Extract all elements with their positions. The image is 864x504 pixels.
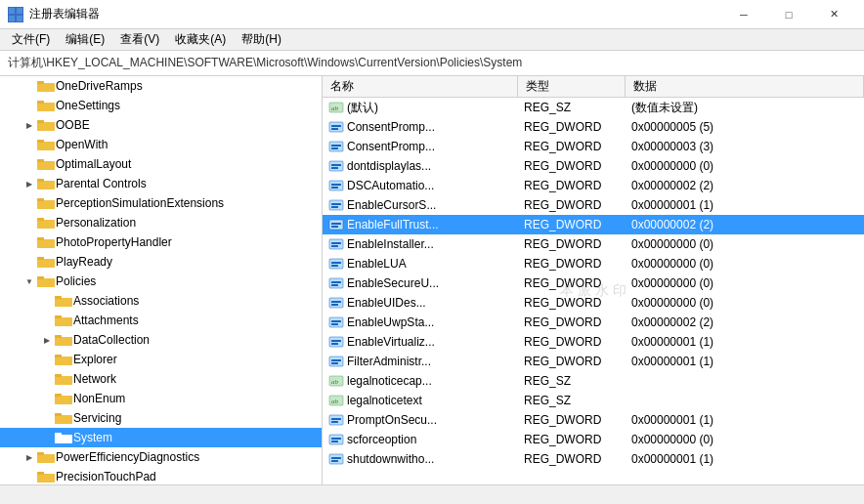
table-row[interactable]: EnableCursorS...REG_DWORD0x00000001 (1) (323, 195, 864, 215)
tree-label-explorer: Explorer (73, 353, 117, 366)
tree-item-perceptionsimulationextensions[interactable]: PerceptionSimulationExtensions (0, 193, 322, 213)
cell-data: 0x00000001 (1) (626, 352, 864, 371)
table-row[interactable]: EnableLUAREG_DWORD0x00000000 (0) (323, 254, 864, 273)
folder-icon-powerefficiencydiagnostics (37, 450, 53, 464)
svg-rect-127 (331, 359, 341, 361)
cell-data: 0x00000000 (0) (626, 234, 864, 254)
svg-rect-63 (55, 355, 62, 357)
close-button[interactable]: ✕ (811, 0, 856, 29)
tree-item-datacollection[interactable]: ▶ DataCollection (0, 330, 322, 350)
tree-item-policies[interactable]: ▼ Policies (0, 272, 322, 291)
tree-scroll[interactable]: OneDriveRamps OneSettings▶ OOBE OpenWith… (0, 76, 322, 484)
tree-item-parentalcontrols[interactable]: ▶ Parental Controls (0, 174, 322, 193)
folder-icon-parentalcontrols (37, 177, 53, 190)
tree-item-openwith[interactable]: OpenWith (0, 135, 322, 154)
cell-name-text: FilterAdministr... (347, 355, 431, 368)
tree-item-playready[interactable]: PlayReady (0, 252, 322, 272)
svg-rect-42 (37, 259, 55, 268)
table-row[interactable]: EnableUIDes...REG_DWORD0x00000000 (0) (323, 293, 864, 313)
table-row[interactable]: EnableVirtualiz...REG_DWORD0x00000001 (1… (323, 332, 864, 352)
table-row[interactable]: scforceoptionREG_DWORD0x00000000 (0) (323, 430, 864, 449)
col-header-data[interactable]: 数据 (626, 76, 864, 97)
table-row[interactable]: dontdisplaylas...REG_DWORD0x00000000 (0) (323, 156, 864, 176)
svg-rect-86 (37, 474, 55, 483)
expand-icon-photopropertyhandler (22, 234, 37, 250)
svg-rect-125 (331, 343, 338, 345)
tree-item-precisiontouchpad[interactable]: PrecisionTouchPad (0, 467, 322, 484)
cell-type: REG_DWORD (518, 195, 626, 215)
svg-rect-1 (17, 8, 22, 14)
expand-icon-datacollection[interactable]: ▶ (39, 332, 55, 348)
menu-help[interactable]: 帮助(H) (234, 29, 289, 50)
table-row[interactable]: PromptOnSecu...REG_DWORD0x00000001 (1) (323, 410, 864, 430)
svg-rect-34 (37, 220, 55, 229)
table-row[interactable]: shutdownwitho...REG_DWORD0x00000001 (1) (323, 449, 864, 469)
svg-rect-71 (55, 394, 62, 397)
tree-item-powerefficiencydiagnostics[interactable]: ▶ PowerEfficiencyDiagnostics (0, 447, 322, 467)
table-row[interactable]: ConsentPromp...REG_DWORD0x00000005 (5) (323, 117, 864, 137)
svg-rect-47 (37, 276, 44, 279)
svg-rect-11 (37, 101, 44, 104)
table-row[interactable]: EnableSecureU...REG_DWORD0x00000000 (0) (323, 273, 864, 293)
svg-text:ab: ab (331, 398, 339, 405)
table-row[interactable]: ab legalnoticecap...REG_SZ (323, 371, 864, 391)
tree-item-oobe[interactable]: ▶ OOBE (0, 115, 322, 135)
main-content: OneDriveRamps OneSettings▶ OOBE OpenWith… (0, 76, 864, 484)
table-row[interactable]: ConsentPromp...REG_DWORD0x00000003 (3) (323, 137, 864, 156)
title-bar: 注册表编辑器 ─ □ ✕ (0, 0, 864, 29)
table-row[interactable]: EnableInstaller...REG_DWORD0x00000000 (0… (323, 234, 864, 254)
tree-item-onedriveramps[interactable]: OneDriveRamps (0, 76, 322, 96)
expand-icon-oobe[interactable]: ▶ (22, 117, 37, 133)
reg-icon (328, 120, 344, 134)
tree-item-optimallayout[interactable]: OptimalLayout (0, 154, 322, 174)
cell-data: 0x00000000 (0) (626, 293, 864, 313)
folder-icon-playready (37, 255, 53, 269)
tree-item-nonenum[interactable]: NonEnum (0, 389, 322, 408)
reg-icon (328, 315, 344, 329)
cell-name-text: ConsentPromp... (347, 120, 435, 134)
expand-icon-powerefficiencydiagnostics[interactable]: ▶ (22, 449, 37, 465)
tree-item-photopropertyhandler[interactable]: PhotoPropertyHandler (0, 232, 322, 252)
table-row[interactable]: EnableUwpSta...REG_DWORD0x00000002 (2) (323, 313, 864, 332)
table-row[interactable]: EnableFullTrust...REG_DWORD0x00000002 (2… (323, 215, 864, 234)
window-title: 注册表编辑器 (29, 6, 721, 22)
svg-rect-82 (37, 454, 55, 463)
tree-item-servicing[interactable]: Servicing (0, 408, 322, 428)
tree-item-attachments[interactable]: Attachments (0, 311, 322, 330)
tree-item-network[interactable]: Network (0, 369, 322, 389)
svg-rect-87 (37, 472, 44, 475)
svg-rect-83 (37, 452, 44, 455)
menu-favorites[interactable]: 收藏夹(A) (167, 29, 234, 50)
tree-item-system[interactable]: System (0, 428, 322, 447)
col-header-name[interactable]: 名称 (323, 76, 518, 97)
svg-rect-2 (9, 16, 15, 21)
table-row[interactable]: FilterAdministr...REG_DWORD0x00000001 (1… (323, 352, 864, 371)
cell-type: REG_DWORD (518, 293, 626, 313)
folder-icon-personalization (37, 216, 53, 230)
menu-view[interactable]: 查看(V) (112, 29, 167, 50)
menu-edit[interactable]: 编辑(E) (58, 29, 112, 50)
svg-rect-55 (55, 315, 62, 318)
table-body[interactable]: 本 派 水 印 ab (默认)REG_SZ(数值未设置) ConsentProm… (323, 98, 864, 484)
table-row[interactable]: ab legalnoticetextREG_SZ (323, 391, 864, 410)
maximize-button[interactable]: □ (766, 0, 811, 29)
cell-name: EnableSecureU... (323, 273, 518, 293)
table-row[interactable]: ab (默认)REG_SZ(数值未设置) (323, 98, 864, 117)
minimize-button[interactable]: ─ (721, 0, 766, 29)
tree-item-onesettings[interactable]: OneSettings (0, 96, 322, 115)
tree-label-perceptionsimulationextensions: PerceptionSimulationExtensions (56, 196, 224, 210)
col-header-type[interactable]: 类型 (518, 76, 626, 97)
menu-file[interactable]: 文件(F) (4, 29, 58, 50)
cell-type: REG_DWORD (518, 215, 626, 234)
folder-icon-explorer (55, 353, 70, 366)
expand-icon-parentalcontrols[interactable]: ▶ (22, 176, 37, 191)
tree-item-explorer[interactable]: Explorer (0, 350, 322, 369)
cell-name-text: (默认) (347, 100, 378, 116)
tree-item-personalization[interactable]: Personalization (0, 213, 322, 232)
tree-item-associations[interactable]: Associations (0, 291, 322, 311)
cell-type: REG_DWORD (518, 234, 626, 254)
cell-type: REG_DWORD (518, 332, 626, 352)
cell-name: EnableFullTrust... (323, 215, 518, 234)
table-row[interactable]: DSCAutomatio...REG_DWORD0x00000002 (2) (323, 176, 864, 195)
expand-icon-policies[interactable]: ▼ (22, 273, 37, 289)
